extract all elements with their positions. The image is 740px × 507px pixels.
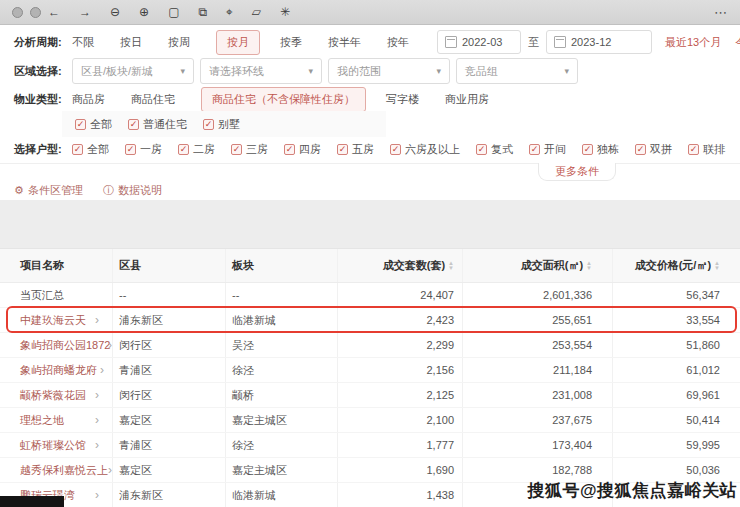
chevron-right-icon: › [95, 313, 99, 327]
zoom-in-icon[interactable]: ⊕ [139, 6, 149, 18]
table-row[interactable]: 颛桥紫薇花园›闵行区颛桥2,125231,00869,961 [0, 383, 740, 408]
date-from-value: 2022-03 [462, 36, 502, 48]
region-dropdown[interactable]: 区县/板块/新城▾ [72, 58, 194, 84]
back-arrow-icon[interactable]: ← [48, 6, 60, 18]
more-conditions-tab[interactable]: 更多条件 [538, 163, 616, 181]
record-dot-icon[interactable] [12, 7, 23, 18]
more-menu-icon[interactable]: ⋯ [714, 5, 728, 20]
sort-icon[interactable]: ▲▼ [586, 261, 592, 271]
region-dropdown[interactable]: 请选择环线▾ [200, 58, 322, 84]
area-cell: 231,008 [462, 383, 612, 407]
house-type-checkbox[interactable]: ✓一房 [125, 142, 162, 157]
column-header[interactable]: 成交面积(㎡)▲▼ [462, 249, 612, 282]
checkbox-label: 双拼 [650, 142, 672, 157]
forward-arrow-icon[interactable]: → [79, 6, 91, 18]
house-type-checkbox[interactable]: ✓复式 [476, 142, 513, 157]
condition-manage-button[interactable]: ⚙ 条件区管理 [14, 183, 83, 198]
property-option[interactable]: 商品住宅 [131, 92, 175, 107]
house-type-checkbox[interactable]: ✓全部 [72, 142, 109, 157]
sort-icon[interactable]: ▲▼ [714, 261, 720, 271]
frame-icon[interactable]: ▢ [168, 6, 179, 18]
house-type-checkbox[interactable]: ✓四房 [284, 142, 321, 157]
checkbox-icon: ✓ [582, 144, 593, 155]
checkbox-icon: ✓ [337, 144, 348, 155]
period-option[interactable]: 按日 [120, 35, 142, 50]
house-type-checkbox[interactable]: ✓六房及以上 [390, 142, 460, 157]
table-row[interactable]: 象屿招商公园1872›闵行区吴泾2,299253,55451,860 [0, 333, 740, 358]
project-name[interactable]: 虹桥璀璨公馆 [20, 438, 92, 453]
plate-cell: 临港新城 [225, 308, 337, 332]
property-option[interactable]: 写字楼 [386, 92, 419, 107]
checkbox-icon: ✓ [284, 144, 295, 155]
district-cell: 青浦区 [112, 433, 225, 457]
house-type-checkbox[interactable]: ✓二房 [178, 142, 215, 157]
checkbox-icon: ✓ [635, 144, 646, 155]
data-note-label: 数据说明 [118, 183, 162, 198]
date-to-input[interactable]: 2023-12 [546, 30, 652, 54]
period-option[interactable]: 按半年 [328, 35, 361, 50]
duplicate-window-icon[interactable]: ⧉ [198, 6, 207, 18]
checkbox-label: 一房 [140, 142, 162, 157]
table-row[interactable]: 中建玖海云天›浦东新区临港新城2,423255,65133,554 [0, 308, 740, 333]
calendar-icon [554, 36, 566, 48]
project-name-cell: 颛桥紫薇花园› [0, 383, 112, 407]
property-sub-checkbox[interactable]: ✓别墅 [203, 117, 240, 132]
project-name[interactable]: 中建玖海云天 [20, 313, 92, 328]
project-name[interactable]: 颛桥紫薇花园 [20, 388, 92, 403]
table-row[interactable]: 理想之地›嘉定区嘉定主城区2,100237,67550,414 [0, 408, 740, 433]
table-row[interactable]: 虹桥璀璨公馆›青浦区徐泾1,777173,40459,995 [0, 433, 740, 458]
window-icon[interactable]: ▱ [252, 6, 261, 18]
data-note-button[interactable]: ⓘ 数据说明 [103, 183, 162, 198]
project-name[interactable]: 理想之地 [20, 413, 92, 428]
gear-icon: ⚙ [14, 184, 24, 197]
column-header: 区县 [112, 249, 225, 282]
project-name[interactable]: 越秀保利嘉悦云上 [20, 463, 105, 478]
house-type-checkbox[interactable]: ✓三房 [231, 142, 268, 157]
district-cell: 浦东新区 [112, 483, 225, 507]
quick-range-link[interactable]: 今年1月~本月 [735, 35, 740, 50]
column-header[interactable]: 成交价格(元/㎡)▲▼ [612, 249, 740, 282]
magic-wand-icon[interactable]: ✳ [280, 6, 290, 18]
sort-icon[interactable]: ▲▼ [448, 261, 454, 271]
property-sub-checkbox[interactable]: ✓普通住宅 [128, 117, 187, 132]
table-row[interactable]: 当页汇总----24,4072,601,33656,347 [0, 283, 740, 308]
column-header[interactable]: 成交套数(套)▲▼ [337, 249, 462, 282]
project-name-cell: 虹桥璀璨公馆› [0, 433, 112, 457]
house-type-checkbox[interactable]: ✓五房 [337, 142, 374, 157]
capture-icon[interactable]: ⌖ [226, 6, 233, 18]
analysis-period-row: 分析周期: 不限按日按周按月按季按半年按年 2022-03 至 2023-12 … [14, 30, 740, 54]
project-name[interactable]: 象屿招商公园1872 [20, 338, 105, 353]
quick-range-link[interactable]: 最近13个月 [665, 35, 721, 50]
units-cell: 2,156 [337, 358, 462, 382]
table-row[interactable]: 象屿招商蟠龙府›青浦区徐泾2,156211,18461,012 [0, 358, 740, 383]
area-cell: 237,675 [462, 408, 612, 432]
house-type-row: 选择户型: ✓全部✓一房✓二房✓三房✓四房✓五房✓六房及以上✓复式✓开间✓独栋✓… [14, 140, 740, 158]
calendar-icon [445, 36, 457, 48]
period-option[interactable]: 按年 [387, 35, 409, 50]
property-sub-checkbox[interactable]: ✓全部 [75, 117, 112, 132]
project-name[interactable]: 象屿招商蟠龙府 [20, 363, 97, 378]
house-type-checkbox[interactable]: ✓开间 [529, 142, 566, 157]
period-option[interactable]: 不限 [72, 35, 94, 50]
house-type-checkbox[interactable]: ✓联排 [688, 142, 725, 157]
period-option[interactable]: 按季 [280, 35, 302, 50]
region-dropdown[interactable]: 竞品组▾ [456, 58, 578, 84]
chevron-down-icon: ▾ [180, 66, 185, 76]
zoom-out-icon[interactable]: ⊖ [110, 6, 120, 18]
property-option[interactable]: 商品住宅（不含保障性住房） [201, 87, 366, 112]
record-dot-2-icon[interactable] [30, 7, 41, 18]
period-option[interactable]: 按周 [168, 35, 190, 50]
house-type-label: 选择户型: [14, 142, 72, 157]
house-type-checkbox[interactable]: ✓双拼 [635, 142, 672, 157]
property-type-options: 商品房商品住宅商品住宅（不含保障性住房）写字楼商业用房 [72, 87, 515, 112]
checkbox-icon: ✓ [72, 144, 83, 155]
chevron-right-icon: › [95, 488, 99, 502]
period-option[interactable]: 按月 [216, 30, 260, 55]
region-dropdown[interactable]: 我的范围▾ [328, 58, 450, 84]
property-option[interactable]: 商业用房 [445, 92, 489, 107]
district-cell: -- [112, 283, 225, 307]
date-from-input[interactable]: 2022-03 [437, 30, 521, 54]
checkbox-icon: ✓ [390, 144, 401, 155]
property-option[interactable]: 商品房 [72, 92, 105, 107]
house-type-checkbox[interactable]: ✓独栋 [582, 142, 619, 157]
